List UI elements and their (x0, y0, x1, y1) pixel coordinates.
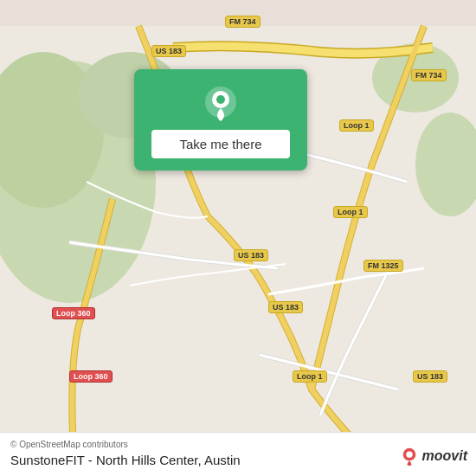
svg-point-10 (406, 452, 412, 458)
location-pin-icon (202, 83, 240, 121)
map-container: US 183 FM 734 FM 734 Loop 1 Loop 1 US 18… (0, 0, 476, 476)
road-label-us183-mid: US 183 (234, 249, 268, 261)
road-label-us183-bottom: US 183 (413, 370, 447, 383)
svg-point-8 (216, 95, 225, 104)
road-label-us183-top: US 183 (151, 45, 186, 57)
road-label-loop360-left: Loop 360 (52, 307, 95, 319)
road-label-fm734-right: FM 734 (411, 69, 447, 81)
map-attribution: © OpenStreetMap contributors (10, 440, 466, 449)
moovit-pin-icon (400, 447, 419, 466)
road-label-loop1-right-top: Loop 1 (339, 119, 374, 132)
moovit-text: moovit (422, 448, 467, 464)
road-label-loop1-bottom: Loop 1 (293, 370, 327, 383)
road-label-fm734-top: FM 734 (225, 16, 261, 28)
moovit-logo: moovit (400, 447, 467, 466)
location-card: Take me there (134, 69, 307, 170)
take-me-there-button[interactable]: Take me there (151, 130, 290, 158)
road-label-fm1325: FM 1325 (363, 260, 403, 272)
road-label-us183-mid2: US 183 (268, 301, 303, 313)
location-title: SunstoneFIT - North Hills Center, Austin (10, 453, 466, 467)
road-label-loop1-right-mid: Loop 1 (333, 206, 368, 218)
road-label-loop360-bottom: Loop 360 (69, 370, 113, 383)
